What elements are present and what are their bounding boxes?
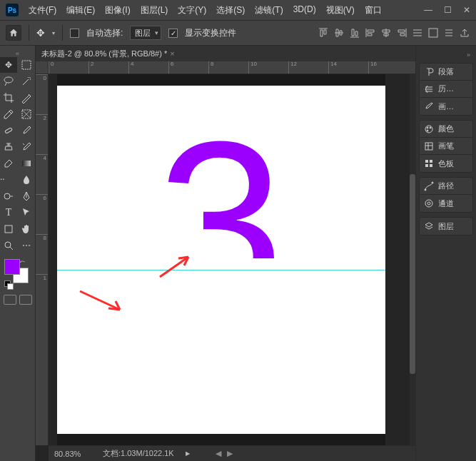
show-transform-checkbox[interactable] <box>168 29 178 38</box>
swap-colors-icon[interactable]: ⤺ <box>19 258 25 265</box>
slice-tool[interactable] <box>18 90 35 106</box>
panel-collapse[interactable]: » <box>416 51 476 59</box>
document-tabs: 未标题-2 @ 80.8% (背景, RGB/8#) * × <box>36 46 415 61</box>
menu-view[interactable]: 视图(V) <box>323 3 358 18</box>
shape-tool[interactable] <box>0 221 17 237</box>
minimize-button[interactable]: — <box>424 5 432 15</box>
close-tab-icon[interactable]: × <box>170 49 174 58</box>
menu-edit[interactable]: 编辑(E) <box>64 3 98 18</box>
auto-select-checkbox[interactable] <box>70 29 79 38</box>
panel-swatches[interactable]: 色板 <box>420 155 472 172</box>
overflow-icon[interactable] <box>443 27 455 39</box>
clone-stamp-tool[interactable] <box>0 139 17 155</box>
foreground-color[interactable] <box>4 259 20 275</box>
align-bottom-icon[interactable] <box>349 27 360 39</box>
ruler-horizontal[interactable]: 0 2 4 6 8 10 12 14 16 <box>49 61 415 74</box>
gradient-tool[interactable] <box>18 156 35 171</box>
panel-paragraph[interactable]: 段落 <box>420 64 472 81</box>
tool-preset-caret[interactable]: ▾ <box>52 30 55 36</box>
scrollbar-thumb[interactable] <box>410 174 415 374</box>
canvas-viewport[interactable]: 3 3 <box>49 74 415 445</box>
canvas-content: 3 3 <box>157 126 277 394</box>
svg-point-9 <box>427 127 428 128</box>
ruler-vertical[interactable]: 0 2 4 6 8 1 <box>36 74 49 445</box>
panel-brush-settings[interactable]: 画… <box>420 98 472 115</box>
move-tool-indicator[interactable]: ✥ <box>36 27 45 39</box>
svg-rect-1 <box>22 61 31 69</box>
quickmask-button[interactable] <box>4 295 16 305</box>
menu-filter[interactable]: 滤镜(T) <box>252 3 285 18</box>
distribute-icon[interactable] <box>412 27 423 39</box>
pen-tool[interactable] <box>18 188 35 204</box>
align-left-icon[interactable] <box>365 27 376 39</box>
panel-history[interactable]: 历… <box>420 81 472 98</box>
menu-3d[interactable]: 3D(D) <box>290 3 319 18</box>
panel-color[interactable]: 颜色 <box>420 121 472 138</box>
menu-layer[interactable]: 图层(L) <box>138 3 171 18</box>
artboard[interactable]: 3 3 <box>57 86 385 434</box>
crop-tool[interactable] <box>0 90 17 106</box>
lasso-tool[interactable] <box>0 74 17 89</box>
move-tool[interactable]: ✥ <box>0 57 17 73</box>
edit-toolbar[interactable]: ⋯ <box>18 238 35 253</box>
menu-image[interactable]: 图像(I) <box>102 3 133 18</box>
blur-tool[interactable] <box>18 172 35 188</box>
type-tool[interactable]: T <box>0 205 17 221</box>
doc-info[interactable]: 文档:1.03M/1022.1K <box>103 448 174 459</box>
brush-tool[interactable] <box>18 123 35 138</box>
healing-brush-tool[interactable] <box>0 123 17 138</box>
ruler-tick: 0 <box>36 74 48 114</box>
align-top-icon[interactable] <box>318 27 329 39</box>
menu-window[interactable]: 窗口 <box>362 3 385 18</box>
align-vcenter-icon[interactable] <box>333 27 345 39</box>
svg-rect-3 <box>5 128 13 133</box>
svg-rect-12 <box>425 143 432 150</box>
frame-tool[interactable] <box>18 106 35 122</box>
ruler-origin[interactable] <box>36 61 49 74</box>
menu-type[interactable]: 文字(Y) <box>175 3 209 18</box>
home-button[interactable] <box>6 25 21 41</box>
align-right-icon[interactable] <box>396 27 407 39</box>
eraser-tool[interactable] <box>0 156 17 171</box>
vertical-scrollbar[interactable] <box>410 74 415 445</box>
separator <box>29 25 29 41</box>
svg-point-18 <box>432 182 433 183</box>
history-brush-tool[interactable] <box>18 139 35 155</box>
dodge-tool[interactable] <box>0 188 17 204</box>
screenmode-button[interactable] <box>19 295 32 305</box>
auto-select-mode-dropdown[interactable]: 图层 <box>130 26 161 40</box>
ruler-tick: 4 <box>36 154 48 194</box>
menu-select[interactable]: 选择(S) <box>213 3 248 18</box>
maximize-button[interactable]: ☐ <box>444 5 452 15</box>
glyph-upper: 3 <box>157 126 277 258</box>
zoom-tool[interactable] <box>0 238 17 253</box>
panel-channels[interactable]: 通道 <box>420 195 472 212</box>
magic-wand-tool[interactable] <box>18 74 35 89</box>
svg-rect-2 <box>22 110 31 118</box>
share-icon[interactable] <box>459 27 470 39</box>
document-tab[interactable]: 未标题-2 @ 80.8% (背景, RGB/8#) * <box>41 49 167 59</box>
toolbox-collapse[interactable]: « <box>0 50 35 57</box>
doc-info-caret[interactable]: ▶ <box>186 450 190 457</box>
more-align-icon[interactable] <box>427 27 439 39</box>
svg-point-11 <box>427 130 428 131</box>
nav-left[interactable]: ◀ <box>216 449 221 458</box>
eyedropper-tool[interactable] <box>0 106 17 122</box>
home-icon <box>9 28 19 38</box>
nav-right[interactable]: ▶ <box>227 449 233 458</box>
panel-label: 颜色 <box>438 123 454 134</box>
path-select-tool[interactable] <box>18 205 35 221</box>
panel-layers[interactable]: 图层 <box>420 218 472 235</box>
panel-label: 段落 <box>438 66 454 77</box>
zoom-field[interactable]: 80.83% <box>54 450 91 458</box>
align-hcenter-icon[interactable] <box>380 27 392 39</box>
panel-brushes[interactable]: 画笔 <box>420 138 472 155</box>
hand-tool[interactable] <box>18 221 35 237</box>
marquee-tool[interactable] <box>18 57 35 73</box>
svg-rect-6 <box>5 226 12 233</box>
menu-file[interactable]: 文件(F) <box>26 3 59 18</box>
panel-paths[interactable]: 路径 <box>420 178 472 195</box>
close-button[interactable]: ✕ <box>463 5 470 15</box>
default-colors-icon[interactable] <box>4 280 13 289</box>
horizontal-guide[interactable] <box>57 270 385 270</box>
